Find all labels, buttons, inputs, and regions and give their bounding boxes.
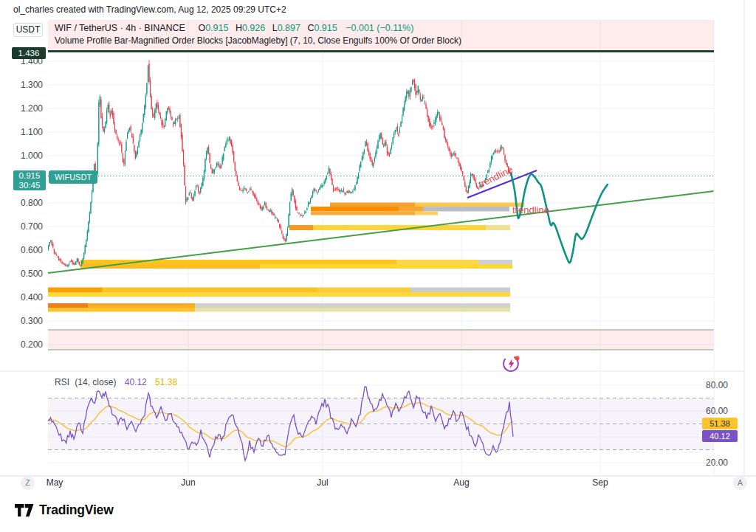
order-block	[317, 288, 410, 293]
timezone-button[interactable]: Z	[21, 476, 35, 490]
trendline-label-horizontal[interactable]: trendline	[512, 204, 549, 215]
rsi-ma-badge: 51.38	[702, 418, 738, 429]
order-block	[423, 207, 509, 212]
time-axis-label: May	[47, 477, 63, 488]
order-block	[486, 225, 510, 230]
order-block	[88, 303, 195, 308]
tradingview-glyph	[15, 503, 34, 517]
order-block	[330, 203, 415, 207]
bar-countdown: 30:45	[13, 181, 46, 190]
order-block	[48, 292, 510, 297]
symbol-tag: WIFUSDT	[49, 170, 97, 184]
price-projection-path	[511, 173, 608, 263]
price-axis-label: 0.400	[0, 292, 43, 303]
candlestick-series	[48, 60, 512, 267]
low-value: 0.897	[278, 23, 300, 33]
rsi-legend[interactable]: RSI (14, close) 40.12 51.38	[55, 377, 177, 387]
idea-flash-icon[interactable]	[501, 353, 521, 373]
symbol-info-panel: WIF / TetherUS · 4h · BINANCE O0.915 H0.…	[48, 20, 714, 52]
open-label: O	[198, 23, 205, 33]
price-axis-label: 0.800	[0, 198, 43, 208]
low-label: L	[272, 23, 278, 33]
order-block	[102, 288, 317, 293]
order-block	[289, 225, 313, 230]
close-value: 0.915	[314, 23, 337, 33]
price-axis-label: 0.500	[0, 269, 43, 279]
order-block	[48, 303, 88, 308]
order-block	[415, 212, 438, 215]
price-axis-label: 0.700	[0, 221, 43, 232]
price-axis-label: 0.600	[0, 245, 43, 255]
rsi-current-value: 40.12	[125, 377, 147, 387]
order-block	[195, 303, 510, 308]
order-block	[311, 207, 399, 212]
order-block	[415, 203, 524, 207]
tradingview-logo[interactable]: TradingView	[15, 502, 114, 518]
price-axis-label: 1.200	[0, 103, 43, 114]
rsi-scale-60: 60.00	[706, 406, 728, 416]
chart-canvas[interactable]	[0, 0, 756, 532]
rsi-ma-value: 51.38	[155, 377, 177, 387]
upper-zone-price-badge: 1.436	[12, 47, 46, 59]
time-axis-label: Jun	[181, 477, 195, 488]
order-block	[48, 288, 102, 293]
rsi-title: RSI	[55, 377, 69, 387]
rsi-params: (14, close)	[75, 377, 116, 387]
symbol-info-line: WIF / TetherUS · 4h · BINANCE O0.915 H0.…	[55, 23, 714, 33]
tradingview-published-chart: ol_charles created with TradingView.com,…	[0, 0, 756, 532]
tradingview-wordmark: TradingView	[39, 502, 114, 518]
price-axis-label: 1.100	[0, 127, 43, 137]
open-value: 0.915	[205, 23, 228, 33]
rsi-scale-80: 80.00	[706, 380, 728, 390]
order-block	[195, 308, 510, 312]
change-value: −0.001 (−0.11%)	[346, 23, 413, 33]
price-axis-label: 1.000	[0, 151, 43, 161]
order-block	[48, 308, 195, 312]
order-block	[399, 207, 423, 212]
time-axis-label: Sep	[592, 477, 608, 488]
order-block	[410, 288, 510, 293]
rsi-scale-20: 20.00	[706, 457, 728, 468]
symbol-title[interactable]: WIF / TetherUS · 4h · BINANCE	[55, 23, 185, 33]
last-price-badge: 0.915 30:45	[13, 170, 46, 190]
last-price-value: 0.915	[13, 171, 46, 181]
price-axis-label: 0.200	[0, 339, 43, 350]
time-axis-label: Aug	[453, 477, 469, 488]
auto-scale-button[interactable]: A	[733, 476, 747, 490]
time-axis-label: Jul	[317, 477, 328, 488]
attribution-text: ol_charles created with TradingView.com,…	[13, 4, 286, 15]
order-block	[311, 212, 415, 215]
rsi-main-badge: 40.12	[702, 430, 738, 442]
price-axis-label: 1.300	[0, 80, 43, 90]
order-block	[396, 260, 478, 264]
price-axis-label: 0.300	[0, 316, 43, 326]
high-value: 0.926	[242, 23, 265, 33]
order-block	[478, 260, 512, 264]
indicator-title[interactable]: Volume Profile Bar-Magnified Order Block…	[55, 35, 714, 46]
order-block	[260, 264, 512, 269]
currency-toggle-button[interactable]: USDT	[13, 23, 43, 37]
high-label: H	[236, 23, 242, 33]
